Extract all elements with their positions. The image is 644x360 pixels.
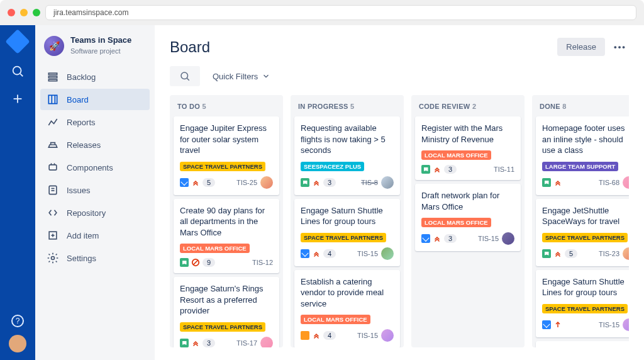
sidebar-item-label: Repository xyxy=(67,208,106,218)
profile-avatar[interactable] xyxy=(9,335,26,352)
assignee-avatar[interactable] xyxy=(381,176,394,189)
issue-card[interactable]: Register with the Mars Ministry of Reven… xyxy=(415,116,521,180)
more-actions-icon[interactable]: ••• xyxy=(611,40,629,54)
issue-card[interactable]: Engage Jupiter Express for outer solar s… xyxy=(174,116,279,195)
sidebar-item-add[interactable]: Add item xyxy=(40,225,150,246)
sidebar-item-issues[interactable]: Issues xyxy=(40,179,150,201)
sidebar-item-label: Reports xyxy=(67,118,96,127)
epic-badge: LOCAL MARS OFFICE xyxy=(180,244,250,253)
svg-line-21 xyxy=(187,78,189,80)
issue-card[interactable]: Homepage footer uses an inline style - s… xyxy=(536,116,629,195)
repository-icon xyxy=(47,206,59,219)
jira-logo-icon[interactable] xyxy=(5,29,30,54)
url-bar[interactable]: jira.teamsinspace.com xyxy=(45,5,636,20)
epic-badge: SEESPACEEZ PLUS xyxy=(301,162,364,171)
project-type: Software project xyxy=(70,47,120,55)
board-column: TO DO 5Engage Jupiter Express for outer … xyxy=(170,95,283,347)
card-footer: 5TIS-23 xyxy=(542,247,629,260)
sidebar-item-reports[interactable]: Reports xyxy=(40,111,150,133)
subtask-type-icon xyxy=(301,331,309,340)
card-title: Establish a catering vendor to provide m… xyxy=(301,276,394,310)
board-header: Board Release ••• xyxy=(170,38,629,56)
card-footer: TIS-15 xyxy=(542,318,629,331)
issue-card[interactable]: Engage JetShuttle SpaceWays for travelSP… xyxy=(536,199,629,266)
assignee-avatar[interactable] xyxy=(623,318,629,331)
minimize-window-icon[interactable] xyxy=(20,9,28,16)
assignee-avatar[interactable] xyxy=(381,247,394,260)
quick-filters-dropdown[interactable]: Quick Filters xyxy=(213,72,270,81)
issue-card[interactable]: Establish a catering vendor to provide m… xyxy=(294,270,400,347)
card-title: Requesting available flights is now taki… xyxy=(301,123,394,156)
story-points-badge: 9 xyxy=(203,258,215,267)
issue-card[interactable]: Engage Saturn Shuttle Lines for group to… xyxy=(536,270,629,337)
card-title: Draft network plan for Mars Office xyxy=(421,190,514,212)
assignee-avatar[interactable] xyxy=(502,232,514,245)
sidebar-item-components[interactable]: Components xyxy=(40,157,150,178)
svg-rect-7 xyxy=(48,95,57,103)
epic-badge: LOCAL MARS OFFICE xyxy=(421,218,491,227)
svg-rect-10 xyxy=(49,165,57,170)
add-item-icon xyxy=(47,229,59,242)
issue-key: TIS-15 xyxy=(357,332,378,339)
issue-key: TIS-12 xyxy=(252,259,273,266)
svg-line-23 xyxy=(194,261,198,265)
priority-icon xyxy=(312,178,321,187)
priority-icon xyxy=(553,249,562,258)
help-icon[interactable]: ? xyxy=(11,315,24,327)
issue-card[interactable]: Establish a catering vendor to provide m… xyxy=(536,341,629,347)
sidebar-item-releases[interactable]: Releases xyxy=(40,134,150,155)
story-points-badge: 4 xyxy=(323,249,336,258)
assignee-avatar[interactable] xyxy=(260,176,273,189)
card-footer: 3TIS-8 xyxy=(301,176,394,189)
story-type-icon xyxy=(180,339,189,347)
priority-icon xyxy=(433,234,441,243)
assignee-avatar[interactable] xyxy=(381,329,394,342)
sidebar-item-label: Settings xyxy=(67,254,96,263)
story-points-badge: 3 xyxy=(444,234,457,243)
column-header: DONE 8 xyxy=(536,101,629,116)
svg-rect-4 xyxy=(48,73,57,75)
issue-key: TIS-15 xyxy=(357,250,378,257)
chevron-down-icon xyxy=(262,72,270,81)
issue-card[interactable]: Engage Saturn's Rings Resort as a prefer… xyxy=(174,277,279,347)
quick-filters-label: Quick Filters xyxy=(213,72,258,81)
maximize-window-icon[interactable] xyxy=(33,9,40,16)
issue-card[interactable]: Create 90 day plans for all departments … xyxy=(174,199,279,274)
board-column: DONE 8Homepage footer uses an inline sty… xyxy=(532,95,629,347)
card-title: Homepage footer uses an inline style - s… xyxy=(542,123,629,156)
priority-icon xyxy=(191,258,200,267)
epic-badge: LARGE TEAM SUPPORT xyxy=(542,162,618,171)
card-title: Engage Saturn Shuttle Lines for group to… xyxy=(542,276,629,298)
story-points-badge: 5 xyxy=(565,249,577,258)
assignee-avatar[interactable] xyxy=(623,176,629,189)
priority-icon xyxy=(433,165,441,174)
sidebar-item-label: Add item xyxy=(67,231,99,240)
board-search-input[interactable] xyxy=(170,66,200,86)
sidebar-item-board[interactable]: Board xyxy=(40,89,150,110)
sidebar-item-repository[interactable]: Repository xyxy=(40,202,150,223)
column-header: IN PROGRESS 5 xyxy=(294,101,400,116)
assignee-avatar[interactable] xyxy=(260,337,273,347)
sidebar-item-label: Issues xyxy=(67,186,91,195)
story-points-badge: 3 xyxy=(444,165,457,174)
sidebar-item-backlog[interactable]: Backlog xyxy=(40,66,150,87)
card-footer: 4TIS-15 xyxy=(301,329,394,342)
issue-card[interactable]: Draft network plan for Mars OfficeLOCAL … xyxy=(415,184,521,251)
assignee-avatar[interactable] xyxy=(623,247,629,260)
story-type-icon xyxy=(301,178,309,187)
release-button[interactable]: Release xyxy=(557,38,605,56)
issue-card[interactable]: Requesting available flights is now taki… xyxy=(294,116,400,195)
epic-badge: SPACE TRAVEL PARTNERS xyxy=(542,304,628,313)
story-type-icon xyxy=(421,165,430,174)
priority-icon xyxy=(191,339,200,347)
close-window-icon[interactable] xyxy=(8,9,15,16)
create-icon[interactable] xyxy=(11,92,25,108)
issue-card[interactable]: Engage Saturn Shuttle Lines for group to… xyxy=(294,199,400,266)
sidebar-item-settings[interactable]: Settings xyxy=(40,247,150,269)
issue-key: TIS-25 xyxy=(236,179,257,186)
task-type-icon xyxy=(421,234,430,243)
project-header[interactable]: 🚀 Teams in Space Software project xyxy=(35,35,155,66)
epic-badge: SPACE TRAVEL PARTNERS xyxy=(301,233,386,242)
search-icon[interactable] xyxy=(11,64,25,81)
issue-key: TIS-15 xyxy=(478,235,499,242)
